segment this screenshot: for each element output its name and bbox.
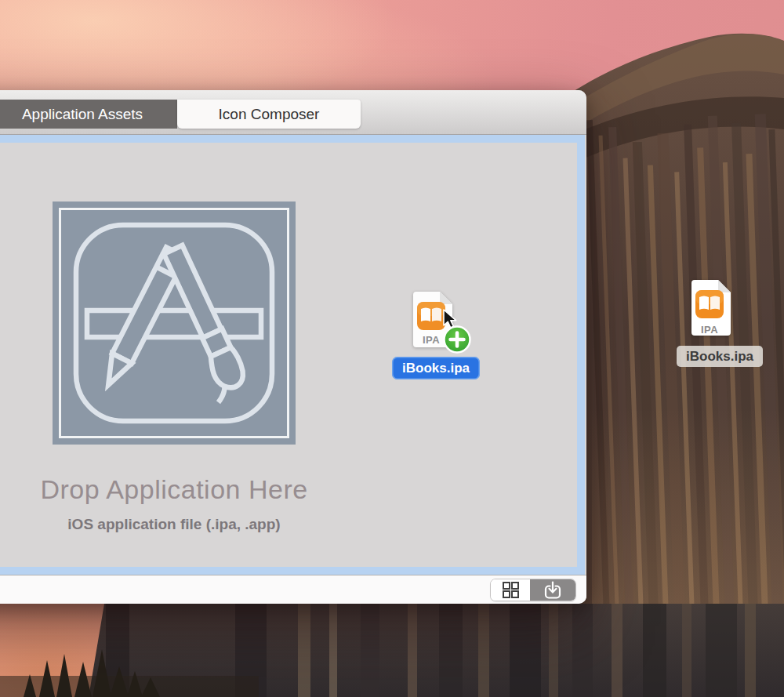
drag-file-name-badge: iBooks.ipa xyxy=(392,357,480,379)
grid-view-icon xyxy=(501,580,521,600)
ibooks-app-icon xyxy=(695,290,724,318)
dropzone-icon-tile xyxy=(53,201,296,445)
drop-subtitle: iOS application file (.ipa, .app) xyxy=(67,516,280,533)
tab-bar: Application Assets Icon Composer xyxy=(0,100,361,129)
app-store-outline-icon xyxy=(53,201,296,445)
desktop-file-name: iBooks.ipa xyxy=(677,346,763,367)
tab-application-assets[interactable]: Application Assets xyxy=(0,100,177,129)
tab-icon-composer[interactable]: Icon Composer xyxy=(177,100,361,129)
window-titlebar: Application Assets Icon Composer xyxy=(0,90,586,135)
view-mode-segmented-control xyxy=(490,579,576,601)
drop-target-area[interactable]: Drop Application Here iOS application fi… xyxy=(0,135,585,575)
file-type-label: IPA xyxy=(688,324,731,336)
green-plus-badge xyxy=(442,325,472,354)
desktop-wallpaper: IPA iBooks.ipa Application Assets Icon C… xyxy=(0,0,784,697)
drop-title: Drop Application Here xyxy=(40,474,307,505)
install-download-icon xyxy=(543,580,563,601)
app-window: Application Assets Icon Composer xyxy=(0,90,586,604)
install-button[interactable] xyxy=(530,579,575,601)
grid-view-button[interactable] xyxy=(491,579,530,601)
dropzone[interactable]: Drop Application Here iOS application fi… xyxy=(0,143,577,533)
window-bottom-bar xyxy=(0,575,586,604)
